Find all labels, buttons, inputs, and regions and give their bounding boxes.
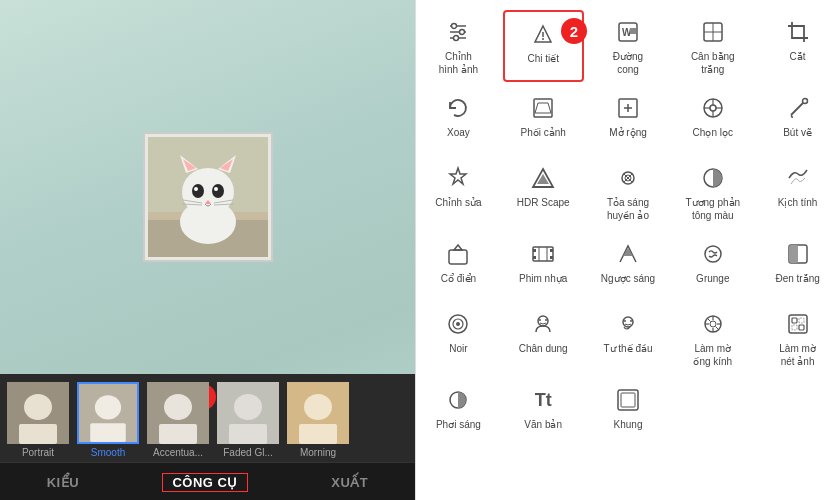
svg-point-41 — [542, 38, 544, 40]
svg-rect-44 — [630, 28, 636, 34]
tool-chi-tiet-label: Chi tiết — [527, 52, 559, 65]
svg-rect-72 — [550, 256, 553, 259]
tool-but-ve[interactable]: Bút vẽ — [755, 84, 840, 154]
tool-khung-label: Khung — [614, 418, 643, 431]
svg-rect-26 — [159, 424, 197, 444]
tool-duong-cong[interactable]: W Đườngcong — [586, 8, 671, 84]
tool-xoay[interactable]: Xoay — [416, 84, 501, 154]
tool-tuong-phan-label: Tương phảntông màu — [685, 196, 740, 222]
tool-lam-mo-ong-kinh[interactable]: Làm mờống kính — [670, 300, 755, 376]
tool-noir-label: Noir — [449, 342, 467, 355]
svg-point-82 — [539, 319, 541, 321]
tool-den-trang[interactable]: Đen trắng — [755, 230, 840, 300]
tool-toa-sang-label: Tỏa sánghuyền ảo — [607, 196, 649, 222]
tool-chan-dung-label: Chân dung — [519, 342, 568, 355]
tonal-icon — [701, 164, 725, 192]
rotate-icon — [446, 94, 470, 122]
tool-toa-sang[interactable]: Tỏa sánghuyền ảo — [586, 154, 671, 230]
svg-rect-69 — [533, 249, 536, 252]
svg-point-10 — [212, 184, 224, 198]
filter-smooth[interactable]: Smooth — [74, 382, 142, 458]
svg-rect-98 — [792, 325, 797, 330]
filter-portrait[interactable]: Portrait — [4, 382, 72, 458]
tools-grid: Chỉnhhình ảnh Chi tiết W Đườngcong Cân b… — [416, 0, 840, 454]
tool-co-dien[interactable]: Cổ điển — [416, 230, 501, 300]
svg-point-38 — [454, 36, 459, 41]
tool-kich-tinh[interactable]: Kịch tính — [755, 154, 840, 230]
svg-point-19 — [24, 394, 52, 420]
tool-xoay-label: Xoay — [447, 126, 470, 139]
tool-lam-mo-net-anh-label: Làm mờnét ảnh — [779, 342, 816, 368]
tool-lam-mo-net-anh[interactable]: Làm mờnét ảnh — [755, 300, 840, 376]
tab-cong-cu[interactable]: CÔNG CỤ — [162, 473, 248, 492]
tool-noir[interactable]: Noir — [416, 300, 501, 376]
svg-point-22 — [95, 395, 121, 419]
svg-point-60 — [802, 99, 807, 104]
filter-morning-label: Morning — [300, 447, 336, 458]
frame-icon — [616, 386, 640, 414]
portrait-icon — [531, 310, 555, 338]
svg-point-31 — [304, 394, 332, 420]
filter-thumbnails[interactable]: Portrait Smooth Accentua... — [0, 382, 415, 458]
svg-rect-96 — [792, 318, 797, 323]
brush-icon — [786, 94, 810, 122]
tool-chinh-sua[interactable]: Chỉnh sửa — [416, 154, 501, 230]
tool-phoi-sang[interactable]: Phơi sáng — [416, 376, 501, 446]
tool-nguoc-sang[interactable]: Ngược sáng — [586, 230, 671, 300]
svg-point-85 — [624, 320, 626, 322]
selective-icon — [701, 94, 725, 122]
detail-icon — [531, 20, 555, 48]
tool-phoi-canh[interactable]: Phối cảnh — [501, 84, 586, 154]
tool-grunge-label: Grunge — [696, 272, 729, 285]
tool-phim-nhua[interactable]: Phim nhựa — [501, 230, 586, 300]
tool-cat[interactable]: Cắt — [755, 8, 840, 84]
filter-faded-label: Faded Gl... — [223, 447, 272, 458]
crop-icon — [786, 18, 810, 46]
svg-rect-32 — [299, 424, 337, 444]
grunge-icon — [701, 240, 725, 268]
left-panel: 1 Portrait Smooth Acc — [0, 0, 415, 500]
tab-xuat[interactable]: XUẤT — [321, 473, 378, 492]
tool-phoi-canh-label: Phối cảnh — [521, 126, 566, 139]
tool-van-ban[interactable]: Tt Văn bản — [501, 376, 586, 446]
vintage-icon — [446, 240, 470, 268]
tool-duong-cong-label: Đườngcong — [613, 50, 643, 76]
tool-can-bang-trang[interactable]: Cân bằngtrắng — [670, 8, 755, 84]
filter-portrait-label: Portrait — [22, 447, 54, 458]
svg-point-92 — [710, 321, 716, 327]
tool-chon-loc[interactable]: Chọn lọc — [670, 84, 755, 154]
filter-smooth-label: Smooth — [91, 447, 125, 458]
svg-point-12 — [214, 187, 218, 191]
tool-chinh-hinh-anh[interactable]: Chỉnhhình ảnh — [416, 8, 501, 84]
tool-co-dien-label: Cổ điển — [441, 272, 476, 285]
svg-point-83 — [545, 319, 547, 321]
filter-morning[interactable]: Morning — [284, 382, 352, 458]
tool-but-ve-label: Bút vẽ — [783, 126, 812, 139]
tool-chon-loc-label: Chọn lọc — [693, 126, 733, 139]
tool-cat-label: Cắt — [790, 50, 806, 63]
filter-strip: Portrait Smooth Accentua... — [0, 374, 415, 462]
tool-grunge[interactable]: Grunge — [670, 230, 755, 300]
tab-kieu[interactable]: KIỂU — [37, 473, 89, 492]
expand-icon — [616, 94, 640, 122]
svg-rect-29 — [229, 424, 267, 444]
tool-mo-rong[interactable]: Mở rộng — [586, 84, 671, 154]
perspective-icon — [531, 94, 555, 122]
tool-tuong-phan[interactable]: Tương phảntông màu — [670, 154, 755, 230]
svg-line-94 — [715, 327, 718, 330]
tool-lam-mo-ong-kinh-label: Làm mờống kính — [693, 342, 732, 368]
tool-mo-rong-label: Mở rộng — [609, 126, 647, 139]
filter-portrait-thumb — [7, 382, 69, 444]
pose-icon — [616, 310, 640, 338]
filter-accentua[interactable]: Accentua... — [144, 382, 212, 458]
svg-point-37 — [460, 30, 465, 35]
filter-faded[interactable]: Faded Gl... — [214, 382, 282, 458]
tool-hdr-scape[interactable]: HDR Scape — [501, 154, 586, 230]
tool-tu-the-dau-label: Tư thế đầu — [603, 342, 652, 355]
tool-tu-the-dau[interactable]: Tư thế đầu — [586, 300, 671, 376]
filter-accentua-thumb — [147, 382, 209, 444]
svg-rect-23 — [90, 423, 126, 442]
tool-chan-dung[interactable]: Chân dung — [501, 300, 586, 376]
hdrscape-icon — [531, 164, 555, 192]
tool-khung[interactable]: Khung — [586, 376, 671, 446]
